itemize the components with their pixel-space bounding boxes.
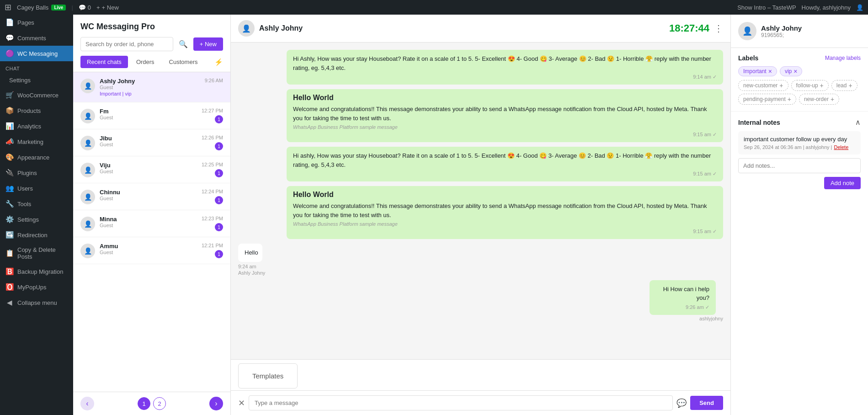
chat-list-item[interactable]: 👤 Fm Guest 12:27 PM 1 [73, 102, 230, 129]
label-vip-remove[interactable]: × [793, 68, 797, 74]
chat-list-item[interactable]: 👤 Minna Guest 12:23 PM 1 [73, 210, 230, 237]
label-lead[interactable]: lead + [831, 80, 857, 91]
sidebar-item-settings-sub[interactable]: Settings [0, 73, 73, 87]
labels-section: Labels Manage labels Important × vip × n… [731, 48, 868, 112]
message-text: Hi Ashly, How was your stay Houseboat? R… [293, 54, 717, 72]
next-page-button[interactable]: › [209, 397, 223, 410]
chat-list: 👤 Ashly Johny Guest Important | vip 9:26… [73, 72, 230, 392]
page-1-button[interactable]: 1 [138, 397, 150, 410]
sidebar-item-backup[interactable]: 🅱️ Backup Migration [0, 264, 73, 279]
sidebar-item-analytics[interactable]: 📊 Analytics [0, 118, 73, 134]
chat-item-avatar: 👤 [80, 163, 95, 177]
label-new-order-text: new-order [804, 96, 829, 102]
chat-more-button[interactable]: ⋮ [714, 23, 723, 34]
sidebar-item-wc-messaging[interactable]: 🟣 WC Messaging [0, 46, 73, 61]
message-input[interactable] [249, 395, 673, 410]
page-2-button[interactable]: 2 [153, 397, 166, 410]
send-button[interactable]: Send [690, 396, 723, 410]
sidebar-label-tools: Tools [17, 201, 31, 208]
input-section: Templates ✕ 💬 Send [231, 359, 730, 415]
chat-item-name: Chinnu [100, 189, 197, 196]
chat-item-role: Guest [100, 196, 197, 201]
sidebar-item-tools[interactable]: 🔧 Tools [0, 196, 73, 212]
collapse-notes-button[interactable]: ∧ [855, 118, 861, 127]
right-contact-info: Ashly Johny 9196565; [761, 24, 802, 38]
chat-list-item[interactable]: 👤 Jibu Guest 12:26 PM 1 [73, 129, 230, 156]
label-vip: vip × [780, 66, 803, 76]
woocommerce-icon: 🛒 [5, 91, 14, 99]
comments-icon-link[interactable]: 💬 0 [79, 4, 91, 11]
sidebar-item-collapse[interactable]: ◀ Collapse menu [0, 295, 73, 310]
sidebar-item-marketing[interactable]: 📣 Marketing [0, 134, 73, 149]
templates-button[interactable]: Templates [238, 363, 298, 388]
label-follow-up-add[interactable]: + [820, 82, 824, 89]
message-sub: WhatsApp Business Platform sample messag… [293, 221, 717, 227]
chat-item-role: Guest [100, 115, 197, 120]
comments-icon: 💬 [5, 34, 14, 42]
message-time: 9:15 am ✓ [293, 132, 717, 138]
chat-item-role: Guest [100, 169, 197, 174]
plugins-icon: 🔌 [5, 169, 14, 177]
show-intro-link[interactable]: Show Intro – TasteWP [737, 4, 796, 11]
chat-list-item[interactable]: 👤 Viju Guest 12:25 PM 1 [73, 156, 230, 183]
sidebar-item-pages[interactable]: 📄 Pages [0, 15, 73, 30]
search-button[interactable]: 🔍 [177, 38, 190, 50]
message-input-area: ✕ 💬 Send [231, 390, 730, 415]
plus-icon: + [96, 4, 100, 11]
sidebar-item-settings[interactable]: ⚙️ Settings [0, 212, 73, 227]
redirection-icon: ↪️ [5, 231, 14, 239]
manage-labels-link[interactable]: Manage labels [825, 55, 861, 61]
chat-timer: 18:27:44 [669, 22, 709, 34]
sidebar-item-users[interactable]: 👥 Users [0, 181, 73, 196]
tab-customers[interactable]: Customers [163, 56, 204, 68]
sidebar-item-mypopups[interactable]: 🅾️ MyPopUps [0, 279, 73, 295]
chat-item-role: Guest [100, 223, 197, 228]
sidebar-item-woocommerce[interactable]: 🛒 WooCommerce [0, 87, 73, 103]
search-input[interactable] [80, 37, 173, 51]
label-pending-payment-add[interactable]: + [788, 96, 791, 103]
label-pending-payment[interactable]: pending-payment + [738, 94, 796, 105]
site-name-text: Cagey Balls [17, 4, 48, 11]
sidebar-item-redirection[interactable]: ↪️ Redirection [0, 227, 73, 243]
separator: | [71, 4, 73, 11]
note-input[interactable] [738, 158, 861, 173]
note-delete-button[interactable]: Delete [834, 144, 848, 150]
right-contact-phone: 9196565; [761, 32, 802, 38]
label-follow-up[interactable]: follow-up + [791, 80, 829, 91]
new-chat-button[interactable]: + New [193, 37, 223, 51]
notes-section: Internal notes ∧ important customer foll… [731, 112, 868, 415]
sidebar-item-appearance[interactable]: 🎨 Appearance [0, 149, 73, 165]
tab-recent-chats[interactable]: Recent chats [80, 56, 128, 68]
chat-list-item[interactable]: 👤 Ammu Guest 12:21 PM 1 [73, 237, 230, 264]
message-title: Hello World [293, 191, 717, 199]
label-lead-add[interactable]: + [848, 82, 852, 89]
sidebar-item-copy-delete[interactable]: 📋 Copy & Delete Posts [0, 243, 73, 264]
chat-list-item[interactable]: 👤 Ashly Johny Guest Important | vip 9:26… [73, 72, 230, 102]
chat-item-avatar: 👤 [80, 217, 95, 231]
filter-button[interactable]: ⚡ [214, 58, 223, 66]
label-new-customer-add[interactable]: + [779, 82, 783, 89]
prev-page-button[interactable]: ‹ [80, 397, 94, 410]
chat-item-badge: 1 [215, 115, 223, 123]
chat-item-name: Ammu [100, 243, 197, 250]
chat-item-info: Minna Guest [100, 216, 197, 228]
add-note-button[interactable]: Add note [824, 177, 861, 189]
chat-item-labels: Important | vip [100, 91, 200, 96]
new-button[interactable]: + + New [96, 4, 119, 11]
sidebar-item-plugins[interactable]: 🔌 Plugins [0, 165, 73, 181]
label-new-order-add[interactable]: + [831, 96, 834, 103]
label-new-order[interactable]: new-order + [799, 94, 839, 105]
label-important-remove[interactable]: × [768, 68, 772, 74]
chat-item-avatar: 👤 [80, 109, 95, 123]
sidebar-item-comments[interactable]: 💬 Comments [0, 30, 73, 46]
sidebar-item-products[interactable]: 📦 Products [0, 103, 73, 118]
tab-orders[interactable]: Orders [130, 56, 161, 68]
close-input-button[interactable]: ✕ [238, 398, 245, 408]
chat-item-name: Ashly Johny [100, 78, 200, 85]
site-name[interactable]: Cagey Balls Live [17, 4, 66, 11]
label-new-customer[interactable]: new-customer + [738, 80, 788, 91]
emoji-button[interactable]: 💬 [676, 398, 687, 408]
chat-list-item[interactable]: 👤 Chinnu Guest 12:24 PM 1 [73, 183, 230, 210]
chat-item-role: Guest [100, 85, 200, 90]
sidebar-label-mypopups: MyPopUps [17, 284, 47, 291]
